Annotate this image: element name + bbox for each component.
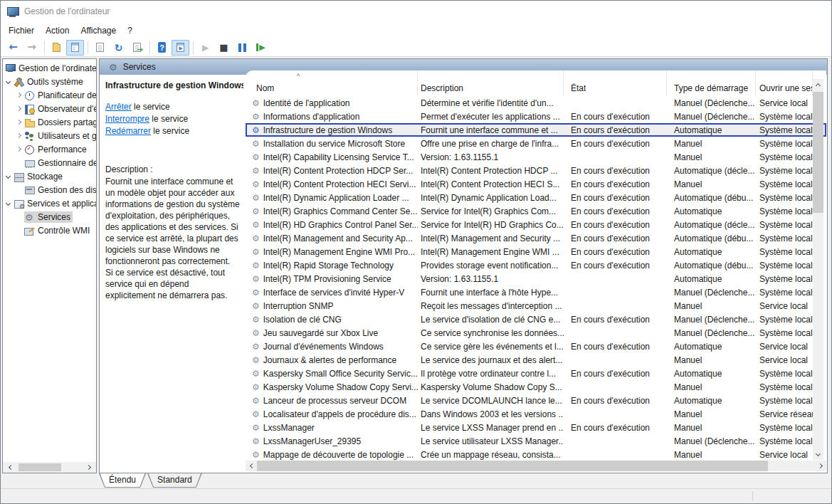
- tree-item-9[interactable]: Gestion des disques: [3, 183, 96, 196]
- service-logon-cell: Système local: [756, 220, 813, 230]
- service-row[interactable]: ⚙Intel(R) Management and Security Ap...I…: [246, 231, 826, 245]
- column-header--tat[interactable]: État: [564, 70, 667, 96]
- service-status-cell: En cours d'exécution: [564, 423, 667, 433]
- service-row[interactable]: ⚙Isolation de clé CNGLe service d'isolat…: [246, 313, 826, 326]
- properties-button[interactable]: [91, 40, 109, 56]
- service-row[interactable]: ⚙Interruption SNMPReçoit les messages d'…: [246, 299, 826, 313]
- chevron-collapsed-icon[interactable]: [14, 134, 24, 137]
- scroll-left-icon[interactable]: [246, 461, 256, 471]
- service-row[interactable]: ⚙Intel(R) Graphics Command Center Se...S…: [246, 204, 826, 218]
- horizontal-scrollbar-thumb[interactable]: [257, 461, 768, 471]
- scroll-right-icon[interactable]: [84, 462, 95, 473]
- tree-item-0[interactable]: Gestion de l'ordinateur: [3, 61, 96, 75]
- tree-scrollbar-thumb[interactable]: [19, 463, 61, 471]
- service-name-cell: ⚙LxssManager: [246, 423, 418, 433]
- view-tabs: Étendu Standard: [99, 473, 204, 488]
- service-row[interactable]: ⚙Infrastructure de gestion WindowsFourni…: [246, 123, 826, 137]
- tree-item-4[interactable]: Dossiers partagés: [3, 115, 96, 129]
- tree-horizontal-scrollbar[interactable]: [3, 462, 96, 473]
- tab-etendu[interactable]: Étendu: [99, 473, 146, 488]
- service-row[interactable]: ⚙Intel(R) TPM Provisioning ServiceVersio…: [246, 272, 826, 285]
- service-row[interactable]: ⚙Informations d'applicationPermet d'exéc…: [246, 110, 826, 123]
- service-row[interactable]: ⚙Mappage de découverte de topologie ...C…: [246, 448, 826, 461]
- vertical-scrollbar[interactable]: [813, 79, 823, 460]
- tree-item-10[interactable]: Services et applications: [3, 196, 96, 210]
- column-header-nom[interactable]: ^Nom: [246, 70, 418, 96]
- status-bar: [1, 488, 831, 503]
- tree-item-1[interactable]: Outils système: [3, 75, 96, 88]
- pause-service-link[interactable]: Interrompre: [105, 114, 149, 124]
- service-row[interactable]: ⚙Interface de services d'invité Hyper-VF…: [246, 285, 826, 299]
- chevron-expanded-icon[interactable]: [3, 201, 14, 205]
- tree-item-2[interactable]: Planificateur de tâches: [3, 88, 96, 102]
- menu-item-affichage[interactable]: Affichage: [75, 23, 122, 38]
- column-header-type-de-d-marrage[interactable]: Type de démarrage: [667, 70, 756, 96]
- list-rows: ⚙Identité de l'applicationDétermine et v…: [246, 96, 826, 461]
- extended-view-button[interactable]: [172, 40, 189, 56]
- chevron-expanded-icon[interactable]: [3, 174, 14, 178]
- service-name-cell: ⚙Installation du service Microsoft Store: [246, 139, 418, 149]
- chevron-collapsed-icon[interactable]: [14, 147, 24, 151]
- vertical-scrollbar-thumb[interactable]: [813, 92, 823, 213]
- column-header-ouvrir-une-session-en-tant-que[interactable]: Ouvrir une session en tant que: [756, 70, 813, 96]
- tree-item-3[interactable]: Observateur d'événements: [3, 102, 96, 115]
- horizontal-scrollbar[interactable]: [246, 461, 826, 471]
- service-row[interactable]: ⚙Intel(R) Rapid Storage TechnologyProvid…: [246, 258, 826, 272]
- service-row[interactable]: ⚙Intel(R) Dynamic Application Loader ...…: [246, 191, 826, 204]
- tab-standard[interactable]: Standard: [147, 473, 202, 488]
- tree-item-5[interactable]: Utilisateurs et groupes locaux: [3, 129, 96, 142]
- stop-service-link[interactable]: Arrêter: [105, 102, 132, 112]
- service-row[interactable]: ⚙Journaux & alertes de performanceLe ser…: [246, 353, 826, 367]
- service-row[interactable]: ⚙Localisateur d'appels de procédure dis.…: [246, 407, 826, 421]
- chevron-collapsed-icon[interactable]: [14, 120, 24, 124]
- restart-service-link[interactable]: Redémarrer: [105, 126, 151, 136]
- service-row[interactable]: ⚙Intel(R) Content Protection HECI Servi.…: [246, 177, 826, 191]
- service-row[interactable]: ⚙Journal d'événements WindowsCe service …: [246, 340, 826, 353]
- service-row[interactable]: ⚙Intel(R) Content Protection HDCP Ser...…: [246, 164, 826, 177]
- service-row[interactable]: ⚙Intel(R) HD Graphics Control Panel Ser.…: [246, 218, 826, 231]
- service-description-cell: Intel(R) Management Engine WMI ...: [418, 247, 564, 257]
- menu-item-action[interactable]: Action: [40, 23, 75, 38]
- menu-item-help[interactable]: ?: [122, 23, 138, 38]
- tree-item-8[interactable]: Stockage: [3, 169, 96, 183]
- tree-item-7[interactable]: Gestionnaire de périphériques: [3, 156, 96, 169]
- service-row[interactable]: ⚙Kaspersky Small Office Security Servic.…: [246, 367, 826, 380]
- tree-item-12[interactable]: Contrôle WMI: [3, 224, 96, 237]
- service-row[interactable]: ⚙Kaspersky Volume Shadow Copy Servi...Ka…: [246, 380, 826, 394]
- service-row[interactable]: ⚙LxssManagerUser_29395Le service utilisa…: [246, 434, 826, 448]
- service-row[interactable]: ⚙Installation du service Microsoft Store…: [246, 137, 826, 150]
- menu-item-fichier[interactable]: Fichier: [3, 23, 40, 38]
- service-name-cell: ⚙Infrastructure de gestion Windows: [246, 125, 418, 135]
- restart-service-button[interactable]: [252, 40, 270, 56]
- service-row[interactable]: ⚙Jeu sauvegardé sur Xbox LiveCe service …: [246, 326, 826, 340]
- service-startup-cell: Automatique (décle...: [667, 220, 756, 230]
- chevron-collapsed-icon[interactable]: [14, 93, 24, 97]
- service-startup-cell: Automatique: [667, 274, 756, 284]
- service-action-line: Arrêter le service: [105, 102, 240, 112]
- scroll-up-icon[interactable]: [813, 79, 823, 90]
- refresh-button[interactable]: ↻: [110, 40, 127, 56]
- show-console-tree-button[interactable]: [66, 40, 84, 56]
- help-button[interactable]: [153, 40, 171, 56]
- service-row[interactable]: ⚙Intel(R) Capability Licensing Service T…: [246, 150, 826, 164]
- service-row[interactable]: ⚙Identité de l'applicationDétermine et v…: [246, 96, 826, 110]
- column-header-description[interactable]: Description: [418, 70, 564, 96]
- stop-service-button[interactable]: ■: [215, 40, 233, 56]
- service-row[interactable]: ⚙Intel(R) Management Engine WMI Pro...In…: [246, 245, 826, 258]
- pause-service-button[interactable]: [233, 40, 251, 56]
- chevron-collapsed-icon[interactable]: [14, 107, 24, 110]
- back-button[interactable]: ←: [4, 40, 22, 56]
- scroll-down-icon[interactable]: [813, 449, 823, 460]
- service-logon-cell: Système local: [756, 396, 813, 406]
- chevron-expanded-icon[interactable]: [3, 80, 14, 83]
- scroll-left-icon[interactable]: [4, 462, 15, 473]
- service-row[interactable]: ⚙LxssManagerLe service LXSS Manager pren…: [246, 421, 826, 434]
- scroll-right-icon[interactable]: [816, 461, 826, 471]
- tree-item-6[interactable]: Performance: [3, 142, 96, 156]
- service-row[interactable]: ⚙Lanceur de processus serveur DCOMLe ser…: [246, 394, 826, 407]
- service-startup-cell: Manuel (Déclenche...: [667, 98, 756, 108]
- up-one-level-button[interactable]: [48, 40, 65, 56]
- tree-item-11[interactable]: Services: [3, 210, 96, 224]
- export-list-button[interactable]: [128, 40, 146, 56]
- service-gear-icon: ⚙: [252, 261, 260, 270]
